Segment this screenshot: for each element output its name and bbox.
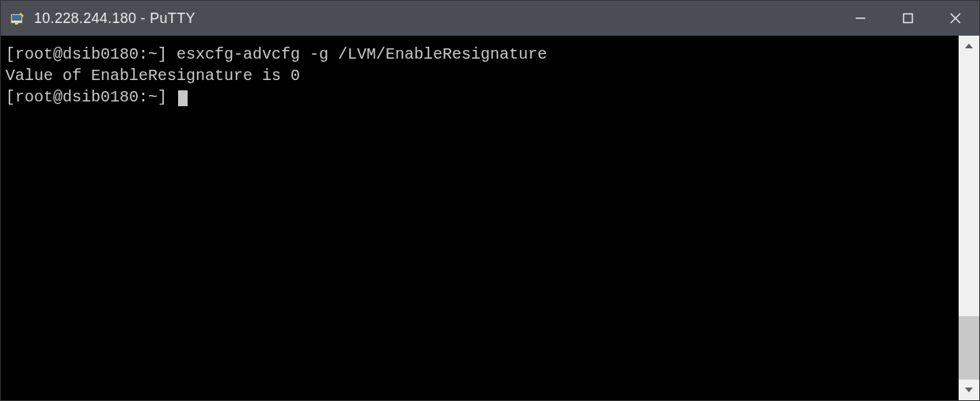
close-button[interactable] (932, 1, 979, 36)
scrollbar-up-button[interactable] (959, 36, 979, 56)
svg-rect-2 (15, 23, 18, 25)
minimize-icon (855, 13, 866, 24)
minimize-button[interactable] (837, 1, 884, 36)
svg-rect-1 (12, 15, 21, 21)
titlebar[interactable]: 10.228.244.180 - PuTTY (1, 1, 979, 36)
content-area: [root@dsib0180:~] esxcfg-advcfg -g /LVM/… (1, 36, 979, 400)
scrollbar-down-button[interactable] (959, 380, 979, 400)
window-title: 10.228.244.180 - PuTTY (34, 10, 837, 27)
terminal-line: Value of EnableResignature is 0 (6, 65, 959, 86)
scrollbar[interactable] (959, 36, 979, 400)
terminal[interactable]: [root@dsib0180:~] esxcfg-advcfg -g /LVM/… (1, 36, 959, 400)
close-icon (950, 13, 961, 24)
scrollbar-track[interactable] (959, 56, 979, 380)
terminal-prompt-line: [root@dsib0180:~] (6, 86, 959, 108)
terminal-prompt: [root@dsib0180:~] (6, 88, 177, 106)
terminal-line: [root@dsib0180:~] esxcfg-advcfg -g /LVM/… (6, 44, 959, 65)
scrollbar-thumb[interactable] (959, 316, 979, 380)
chevron-up-icon (965, 44, 973, 48)
maximize-icon (902, 13, 914, 24)
maximize-button[interactable] (884, 1, 932, 36)
putty-window: 10.228.244.180 - PuTTY [root@dsib0180:~] (0, 0, 980, 401)
terminal-cursor (178, 90, 188, 106)
chevron-down-icon (965, 388, 973, 392)
putty-icon (9, 10, 26, 27)
window-controls (837, 1, 979, 36)
svg-rect-4 (904, 14, 913, 23)
